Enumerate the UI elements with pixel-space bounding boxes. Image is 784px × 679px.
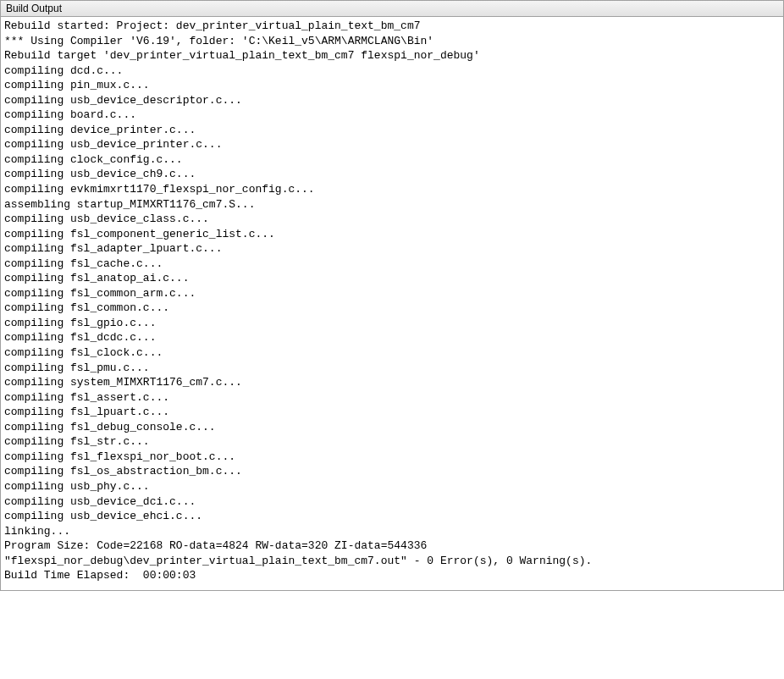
log-line: compiling usb_device_class.c... <box>4 212 780 227</box>
log-line: compiling fsl_os_abstraction_bm.c... <box>4 464 780 479</box>
log-line: compiling fsl_debug_console.c... <box>4 420 780 435</box>
log-line: compiling usb_device_ehci.c... <box>4 509 780 524</box>
log-line: Rebuild started: Project: dev_printer_vi… <box>4 19 780 34</box>
log-line: compiling dcd.c... <box>4 63 780 79</box>
log-line: compiling system_MIMXRT1176_cm7.c... <box>4 375 780 390</box>
log-line: compiling usb_device_printer.c... <box>4 137 780 152</box>
log-line: compiling clock_config.c... <box>4 152 780 168</box>
log-line: compiling fsl_adapter_lpuart.c... <box>4 241 780 257</box>
log-line: *** Using Compiler 'V6.19', folder: 'C:\… <box>4 34 780 49</box>
log-line: Build Time Elapsed: 00:00:03 <box>4 568 780 583</box>
log-line: compiling fsl_clock.c... <box>4 345 780 361</box>
log-line: compiling fsl_common_arm.c... <box>4 286 780 301</box>
log-line: compiling fsl_cache.c... <box>4 257 780 272</box>
log-line: compiling fsl_anatop_ai.c... <box>4 271 780 286</box>
build-output-panel: Build Output Rebuild started: Project: d… <box>0 0 784 591</box>
log-line: Rebuild target 'dev_printer_virtual_plai… <box>4 48 780 63</box>
log-line: compiling fsl_flexspi_nor_boot.c... <box>4 450 780 465</box>
log-line: compiling fsl_str.c... <box>4 434 780 450</box>
log-line: compiling evkmimxrt1170_flexspi_nor_conf… <box>4 182 780 197</box>
log-line: compiling usb_device_descriptor.c... <box>4 93 780 108</box>
log-line: compiling fsl_gpio.c... <box>4 316 780 331</box>
log-line: compiling usb_phy.c... <box>4 479 780 494</box>
build-log-area[interactable]: Rebuild started: Project: dev_printer_vi… <box>1 17 783 590</box>
log-line: compiling fsl_common.c... <box>4 301 780 316</box>
log-line: compiling usb_device_ch9.c... <box>4 167 780 182</box>
log-line: assembling startup_MIMXRT1176_cm7.S... <box>4 197 780 213</box>
log-line: compiling fsl_component_generic_list.c..… <box>4 227 780 242</box>
log-line: Program Size: Code=22168 RO-data=4824 RW… <box>4 538 780 554</box>
log-line: compiling fsl_lpuart.c... <box>4 405 780 420</box>
log-line: compiling fsl_dcdc.c... <box>4 330 780 345</box>
log-line: compiling fsl_pmu.c... <box>4 361 780 376</box>
log-line: compiling usb_device_dci.c... <box>4 494 780 510</box>
log-line: "flexspi_nor_debug\dev_printer_virtual_p… <box>4 554 780 569</box>
log-line: compiling board.c... <box>4 108 780 123</box>
log-line: compiling fsl_assert.c... <box>4 390 780 406</box>
log-line: compiling device_printer.c... <box>4 123 780 138</box>
panel-title: Build Output <box>1 1 783 17</box>
log-line: linking... <box>4 524 780 539</box>
log-line: compiling pin_mux.c... <box>4 78 780 93</box>
